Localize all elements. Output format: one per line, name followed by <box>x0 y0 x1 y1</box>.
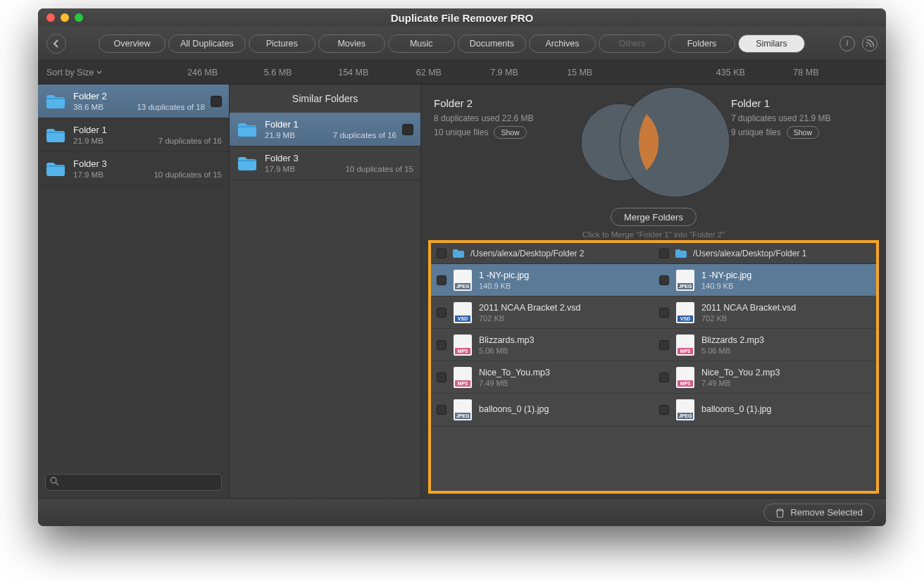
svg-point-0 <box>51 477 56 483</box>
folder-name: Folder 3 <box>73 158 222 169</box>
tab-pictures[interactable]: Pictures <box>249 35 316 53</box>
file-row[interactable]: VSD2011 NCAA Bracket 2.vsd702 KBVSD2011 … <box>431 296 876 329</box>
compare-right-show-button[interactable]: Show <box>787 126 819 139</box>
file-size: 5.06 MB <box>701 346 764 355</box>
file-type-icon: MP3 <box>676 367 694 388</box>
select-all-left-checkbox[interactable] <box>437 249 447 258</box>
file-checkbox-left[interactable] <box>437 373 447 382</box>
file-checkbox-right[interactable] <box>659 405 669 415</box>
similar-folders-header: Similar Folders <box>230 85 420 113</box>
folder-size: 21.9 MB <box>265 131 295 139</box>
file-name: 2011 NCAA Bracket 2.vsd <box>479 303 581 313</box>
compare-right-summary: Folder 1 7 duplicates used 21.9 MB 9 uni… <box>731 97 830 142</box>
file-type-icon: VSD <box>454 302 472 323</box>
file-size: 702 KB <box>479 314 581 323</box>
file-checkbox-right[interactable] <box>659 308 669 318</box>
back-button[interactable] <box>46 34 66 54</box>
info-icon[interactable]: i <box>839 36 855 51</box>
folder-size: 21.9 MB <box>73 137 104 145</box>
file-checkbox-left[interactable] <box>437 275 447 285</box>
file-name: Nice_To_You 2.mp3 <box>701 368 780 377</box>
file-size: 140.9 KB <box>479 282 529 290</box>
sidebar-item[interactable]: Folder 238.6 MB13 duplicates of 18 <box>38 85 229 118</box>
header-left-path: /Users/alexa/Desktop/Folder 2 <box>470 249 584 258</box>
sidebar-item[interactable]: Folder 121.9 MB7 duplicates of 16 <box>38 118 229 152</box>
file-row[interactable]: JPEG1 -NY-pic.jpg140.9 KBJPEG1 -NY-pic.j… <box>431 264 876 296</box>
tab-similars[interactable]: Similars <box>738 35 805 53</box>
titlebar: Duplicate File Remover PRO <box>38 8 886 27</box>
folder-dup-count: 7 duplicates of 16 <box>333 131 397 139</box>
search-input[interactable] <box>45 474 222 491</box>
file-type-icon: MP3 <box>454 335 472 356</box>
tab-overview[interactable]: Overview <box>99 35 166 53</box>
app-window: Duplicate File Remover PRO OverviewAll D… <box>38 8 886 526</box>
sidebar-search <box>38 467 229 498</box>
folder-dup-count: 10 duplicates of 15 <box>154 170 222 179</box>
compare-left-summary: Folder 2 8 duplicates used 22.6 MB 10 un… <box>434 97 533 142</box>
file-checkbox-left[interactable] <box>437 308 447 318</box>
tab-others[interactable]: Others <box>599 35 666 53</box>
file-size: 5.06 MB <box>479 346 535 355</box>
folder-icon <box>237 155 258 172</box>
tab-archives[interactable]: Archives <box>529 35 596 53</box>
folder-checkbox[interactable] <box>211 96 222 107</box>
file-table-header: /Users/alexa/Desktop/Folder 2 /Users/ale… <box>431 243 876 264</box>
svg-point-3 <box>620 87 730 197</box>
folder-icon <box>45 161 66 177</box>
tab-documents[interactable]: Documents <box>458 35 526 53</box>
folder-checkbox[interactable] <box>402 124 413 135</box>
file-checkbox-right[interactable] <box>659 275 669 285</box>
file-size: 7.49 MB <box>479 379 550 387</box>
file-checkbox-right[interactable] <box>659 373 669 382</box>
tab-all-duplicates[interactable]: All Duplicates <box>168 35 246 53</box>
sidebar-item[interactable]: Folder 317.9 MB10 duplicates of 15 <box>38 152 229 186</box>
tab-size-all-duplicates: 246 MB <box>165 68 240 77</box>
compare-left-dup: 8 duplicates used 22.6 MB <box>434 113 533 123</box>
compare-left-show-button[interactable]: Show <box>494 126 526 139</box>
select-all-right-checkbox[interactable] <box>659 249 669 258</box>
sort-by-dropdown[interactable]: Sort by Size <box>46 68 102 77</box>
merge-folders-button[interactable]: Merge Folders <box>611 208 697 226</box>
sort-by-label: Sort by Size <box>46 68 94 77</box>
toolbar: OverviewAll DuplicatesPicturesMoviesMusi… <box>38 27 886 61</box>
file-row[interactable]: MP3Blizzards.mp35.06 MBMP3Blizzards 2.mp… <box>431 329 876 361</box>
tab-size-pictures: 5.6 MB <box>240 68 316 77</box>
file-checkbox-left[interactable] <box>437 340 447 350</box>
size-row: Sort by Size 246 MB5.6 MB154 MB62 MB7.9 … <box>38 61 886 85</box>
header-right-path: /Users/alexa/Desktop/Folder 1 <box>693 249 806 258</box>
footer: Remove Selected <box>38 498 886 526</box>
folder-name: Folder 1 <box>73 125 222 135</box>
similar-item[interactable]: Folder 317.9 MB10 duplicates of 15 <box>230 146 420 180</box>
merge-hint-text: Click to Merge "Folder 1" into "Folder 2… <box>434 230 873 239</box>
tab-movies[interactable]: Movies <box>318 35 385 53</box>
file-size: 702 KB <box>701 314 796 323</box>
file-checkbox-right[interactable] <box>659 340 669 350</box>
folder-icon <box>237 121 258 138</box>
file-compare-table: /Users/alexa/Desktop/Folder 2 /Users/ale… <box>428 240 879 494</box>
file-row[interactable]: JPEGballoons_0 (1).jpgJPEGballoons_0 (1)… <box>431 394 876 426</box>
similar-item[interactable]: Folder 121.9 MB7 duplicates of 16 <box>230 113 420 146</box>
folder-icon <box>45 93 66 110</box>
chevron-left-icon <box>53 39 60 48</box>
compare-left-unique: 10 unique files <box>434 127 488 137</box>
file-type-icon: JPEG <box>676 270 694 291</box>
file-size: 140.9 KB <box>701 282 751 290</box>
tab-size-documents: 7.9 MB <box>466 68 542 77</box>
file-row[interactable]: MP3Nice_To_You.mp37.49 MBMP3Nice_To_You … <box>431 361 876 394</box>
folder-size: 17.9 MB <box>265 165 295 173</box>
similar-folders-column: Similar Folders Folder 121.9 MB7 duplica… <box>230 85 421 498</box>
rss-icon[interactable] <box>862 36 878 51</box>
compare-column: Folder 2 8 duplicates used 22.6 MB 10 un… <box>421 85 886 498</box>
remove-selected-label: Remove Selected <box>790 507 863 518</box>
file-name: Nice_To_You.mp3 <box>479 368 550 377</box>
tab-folders[interactable]: Folders <box>668 35 735 53</box>
file-size: 7.49 MB <box>701 379 780 387</box>
folder-name: Folder 2 <box>73 91 205 101</box>
compare-right-title: Folder 1 <box>731 97 830 109</box>
folder-dup-count: 13 duplicates of 18 <box>137 103 205 111</box>
remove-selected-button[interactable]: Remove Selected <box>763 504 875 522</box>
file-checkbox-left[interactable] <box>437 405 447 415</box>
tab-size-others <box>618 68 693 77</box>
tab-music[interactable]: Music <box>388 35 455 53</box>
folder-dup-count: 7 duplicates of 16 <box>158 137 222 145</box>
